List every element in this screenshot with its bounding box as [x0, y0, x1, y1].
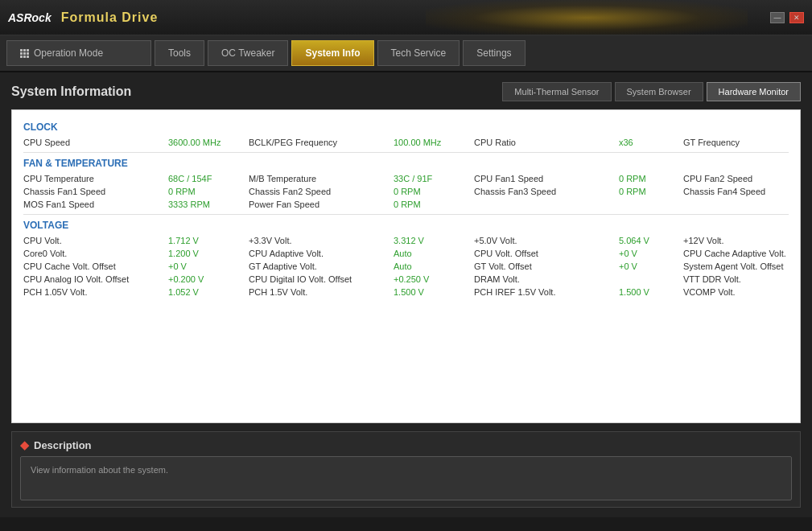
cpu-digital-label: CPU Digital IO Volt. Offset [249, 274, 394, 284]
cpu-volt-offset-value: +0 V [619, 249, 683, 258]
cpu-cache-offset-label: CPU Cache Volt. Offset [23, 261, 168, 271]
chassis-fan2-value: 0 RPM [394, 187, 474, 196]
gt-freq-label: GT Frequency [683, 138, 801, 147]
cpu-cache-offset-value: +0 V [168, 261, 249, 271]
description-area: ◆ Description View information about the… [11, 431, 801, 508]
close-button[interactable]: ✕ [789, 12, 804, 23]
gt-volt-offset-label: GT Volt. Offset [474, 261, 619, 271]
logo-text: ASRock [8, 11, 52, 24]
pch-105-label: PCH 1.05V Volt. [23, 287, 168, 297]
pch-iref-label: PCH IREF 1.5V Volt. [474, 287, 619, 297]
mos-fan1-value: 3333 RPM [168, 200, 249, 209]
cpu-ratio-label: CPU Ratio [474, 138, 619, 147]
gt-adaptive-value: Auto [394, 261, 474, 271]
nav-system-info[interactable]: System Info [291, 40, 373, 66]
tab-hardware-monitor[interactable]: Hardware Monitor [707, 82, 801, 101]
voltage-row-5: PCH 1.05V Volt. 1.052 V PCH 1.5V Volt. 1… [23, 287, 789, 297]
vcomp-label: VCOMP Volt. [683, 287, 801, 297]
info-panel: CLOCK CPU Speed 3600.00 MHz BCLK/PEG Fre… [11, 109, 801, 423]
3v3-label: +3.3V Volt. [249, 236, 394, 245]
5v-label: +5.0V Volt. [474, 236, 619, 245]
nav-operation-mode-label: Operation Mode [34, 47, 103, 59]
window-controls: — ✕ [770, 12, 804, 23]
voltage-row-3: CPU Cache Volt. Offset +0 V GT Adaptive … [23, 261, 789, 271]
pch-15-value: 1.500 V [394, 287, 474, 297]
chassis-fan3-value: 0 RPM [619, 187, 683, 196]
cpu-analog-label: CPU Analog IO Volt. Offset [23, 274, 168, 284]
nav-tech-service-label: Tech Service [391, 47, 447, 59]
cpu-ratio-value: x36 [619, 138, 683, 147]
voltage-row-1: CPU Volt. 1.712 V +3.3V Volt. 3.312 V +5… [23, 236, 789, 245]
desc-title: Description [34, 439, 92, 451]
cpu-adaptive-label: CPU Adaptive Volt. [249, 249, 394, 258]
power-fan-label: Power Fan Speed [249, 200, 394, 209]
sys-info-title: System Information [11, 84, 131, 99]
nav-settings[interactable]: Settings [463, 40, 525, 66]
cpu-temp-label: CPU Temperature [23, 174, 168, 183]
cpu-temp-value: 68C / 154F [168, 174, 249, 183]
power-fan-value: 0 RPM [394, 200, 474, 209]
nav-system-info-label: System Info [305, 47, 360, 59]
clock-row-1: CPU Speed 3600.00 MHz BCLK/PEG Frequency… [23, 138, 789, 147]
tab-system-browser[interactable]: System Browser [615, 82, 703, 101]
pch-105-value: 1.052 V [168, 287, 249, 297]
mos-fan1-label: MOS Fan1 Speed [23, 200, 168, 209]
tab-multi-thermal[interactable]: Multi-Thermal Sensor [502, 82, 611, 101]
cpu-digital-value: +0.250 V [394, 274, 474, 284]
fan-temp-row-1: CPU Temperature 68C / 154F M/B Temperatu… [23, 174, 789, 183]
3v3-value: 3.312 V [394, 236, 474, 245]
cpu-fan1-value: 0 RPM [619, 174, 683, 183]
minimize-button[interactable]: — [770, 12, 785, 23]
dram-volt-label: DRAM Volt. [474, 274, 619, 284]
sys-info-header: System Information Multi-Thermal Sensor … [11, 82, 801, 101]
core0-label: Core0 Volt. [23, 249, 168, 258]
mb-temp-label: M/B Temperature [249, 174, 394, 183]
title-bar: ASRock Formula Drive — ✕ [0, 0, 812, 35]
sys-agent-label: System Agent Volt. Offset [683, 261, 801, 271]
dram-volt-value [619, 274, 683, 284]
nav-tech-service[interactable]: Tech Service [377, 40, 460, 66]
cpu-fan2-label: CPU Fan2 Speed [683, 174, 801, 183]
cpu-speed-value: 3600.00 MHz [168, 138, 249, 147]
cpu-adaptive-value: Auto [394, 249, 474, 258]
tab-hardware-monitor-label: Hardware Monitor [719, 87, 789, 97]
pch-15-label: PCH 1.5V Volt. [249, 287, 394, 297]
nav-operation-mode[interactable]: Operation Mode [6, 40, 151, 66]
pch-iref-value: 1.500 V [619, 287, 683, 297]
nav-settings-label: Settings [476, 47, 511, 59]
main-content: System Information Multi-Thermal Sensor … [0, 72, 812, 517]
grid-icon [20, 49, 29, 58]
nav-tools-label: Tools [168, 47, 191, 59]
app-title: Formula Drive [61, 10, 159, 25]
nav-tools[interactable]: Tools [155, 40, 204, 66]
tab-multi-thermal-label: Multi-Thermal Sensor [514, 87, 599, 97]
chassis-fan1-label: Chassis Fan1 Speed [23, 187, 168, 196]
cpu-volt-label: CPU Volt. [23, 236, 168, 245]
asrock-logo: ASRock [8, 11, 52, 24]
mb-temp-value: 33C / 91F [394, 174, 474, 183]
cpu-fan1-label: CPU Fan1 Speed [474, 174, 619, 183]
clock-header: CLOCK [23, 121, 789, 133]
gt-adaptive-label: GT Adaptive Volt. [249, 261, 394, 271]
bclk-value: 100.00 MHz [394, 138, 474, 147]
gt-volt-offset-value: +0 V [619, 261, 683, 271]
desc-header: ◆ Description [20, 438, 792, 451]
cpu-cache-adaptive-label: CPU Cache Adaptive Volt. [683, 249, 801, 258]
chassis-fan3-label: Chassis Fan3 Speed [474, 187, 619, 196]
cpu-volt-offset-label: CPU Volt. Offset [474, 249, 619, 258]
title-logo: ASRock Formula Drive [8, 10, 158, 25]
bclk-label: BCLK/PEG Frequency [249, 138, 394, 147]
cpu-speed-label: CPU Speed [23, 138, 168, 147]
nav-bar: Operation Mode Tools OC Tweaker System I… [0, 35, 812, 72]
fan-temp-header: FAN & TEMPERATURE [23, 158, 789, 169]
fan-temp-row-2: Chassis Fan1 Speed 0 RPM Chassis Fan2 Sp… [23, 187, 789, 196]
cpu-volt-value: 1.712 V [168, 236, 249, 245]
tab-system-browser-label: System Browser [627, 87, 691, 97]
voltage-row-2: Core0 Volt. 1.200 V CPU Adaptive Volt. A… [23, 249, 789, 258]
chassis-fan2-label: Chassis Fan2 Speed [249, 187, 394, 196]
5v-value: 5.064 V [619, 236, 683, 245]
nav-oc-tweaker[interactable]: OC Tweaker [208, 40, 288, 66]
chassis-fan4-label: Chassis Fan4 Speed [683, 187, 801, 196]
voltage-row-4: CPU Analog IO Volt. Offset +0.200 V CPU … [23, 274, 789, 284]
info-tabs: Multi-Thermal Sensor System Browser Hard… [502, 82, 801, 101]
